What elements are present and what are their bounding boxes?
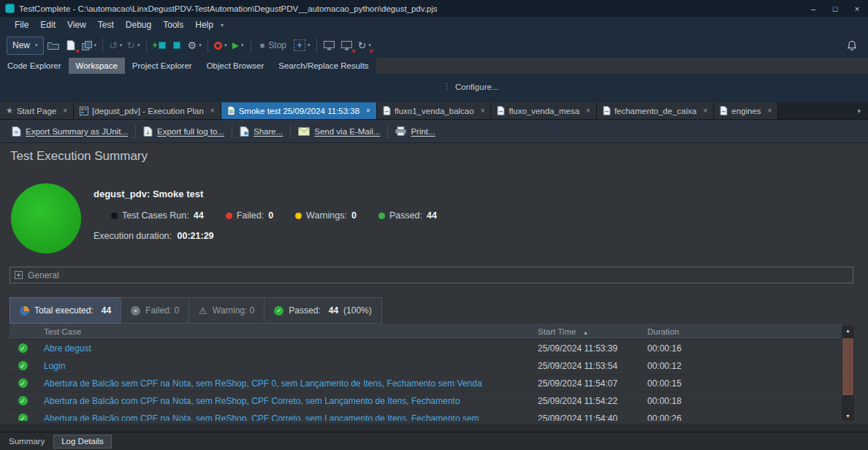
stop-button[interactable]: ■ Stop — [256, 37, 291, 55]
table-row[interactable]: ✓ Abertura de Balcão com CPF na Nota, se… — [9, 392, 842, 410]
menu-view[interactable]: View — [61, 20, 92, 30]
test-run-name: degust_pdv: Smoke test — [94, 188, 203, 199]
doc-tab-execution-plan[interactable]: [degust_pdv] - Execution Plan × — [74, 102, 221, 119]
close-tab-icon[interactable]: × — [586, 107, 590, 115]
configure-link[interactable]: ⋮ Configure... — [443, 82, 498, 91]
filter-tab-warning[interactable]: ⚠ Warning: 0 — [189, 297, 264, 324]
doc-tab-start-page[interactable]: ★ Start Page × — [0, 102, 74, 119]
save-all-button[interactable]: ▾ — [80, 37, 99, 55]
table-row[interactable]: ✓ Login 25/09/2024 11:53:54 00:00:12 — [9, 357, 842, 375]
gear-icon: ⚙ — [188, 40, 197, 50]
share-icon — [240, 126, 249, 137]
column-start-time[interactable]: Start Time ▲ — [530, 327, 639, 336]
test-case-link[interactable]: Abertura de Balcão com CPF na Nota, sem … — [36, 413, 530, 422]
send-email-button[interactable]: Send via E-Mail... — [292, 127, 386, 136]
tab-list-dropdown-button[interactable]: ▾ — [857, 102, 868, 119]
refresh-disable-button[interactable]: ↻ × ▾ — [357, 37, 373, 55]
close-tab-icon[interactable]: × — [768, 107, 772, 115]
new-button[interactable]: New ▾ — [7, 37, 44, 55]
test-case-link[interactable]: Abertura de Balcão sem CPF na Nota, sem … — [36, 378, 530, 389]
test-settings-button[interactable]: ⚙ ▾ — [186, 37, 203, 55]
tab-search-replace-results[interactable]: Search/Replace Results — [271, 58, 376, 74]
menu-help[interactable]: Help — [189, 20, 219, 30]
tab-object-browser[interactable]: Object Browser — [199, 58, 272, 74]
close-tab-icon[interactable]: × — [366, 107, 370, 115]
notifications-bell-button[interactable] — [844, 37, 860, 55]
menu-edit[interactable]: Edit — [34, 20, 61, 30]
export-junit-button[interactable]: Export Summary as JUnit... — [6, 126, 134, 137]
menu-tools[interactable]: Tools — [157, 20, 189, 30]
column-test-case[interactable]: Test Case — [36, 327, 530, 336]
table-scrollbar[interactable]: ▲ ▼ — [842, 326, 854, 421]
menu-test[interactable]: Test — [92, 20, 120, 30]
close-tab-icon[interactable]: × — [210, 107, 215, 115]
action-separator — [232, 125, 232, 138]
close-tab-icon[interactable]: × — [703, 107, 707, 115]
undo-button[interactable]: ↺ ▾ — [107, 37, 123, 55]
filter-tab-passed[interactable]: ✓ Passed: 44 (100%) — [264, 297, 381, 324]
close-file-button[interactable]: × — [63, 37, 79, 55]
bell-icon — [846, 39, 858, 52]
table-row[interactable]: ✓ Abre degust 25/09/2024 11:53:39 00:00:… — [9, 340, 842, 357]
menu-debug[interactable]: Debug — [120, 20, 157, 30]
doc-tab-fluxo-venda-mesa[interactable]: fluxo_venda_mesa × — [491, 102, 596, 119]
menu-file[interactable]: File — [9, 20, 34, 30]
redo-button[interactable]: ↻ ▾ — [125, 37, 141, 55]
tab-workspace[interactable]: Workspace — [69, 58, 125, 74]
duration-cell: 00:00:16 — [639, 343, 842, 354]
tab-code-explorer[interactable]: Code Explorer — [0, 58, 69, 74]
tab-summary[interactable]: Summary — [1, 432, 52, 450]
doc-tab-fluxo1-venda-balcao[interactable]: fluxo1_venda_balcao × — [377, 102, 492, 119]
expand-icon[interactable]: + — [15, 271, 23, 279]
print-button[interactable]: Print... — [389, 126, 441, 136]
tab-project-explorer[interactable]: Project Explorer — [125, 58, 199, 74]
open-file-button[interactable] — [45, 37, 61, 55]
test-cases-dot-icon — [111, 213, 118, 219]
column-duration[interactable]: Duration — [639, 327, 842, 336]
close-remote-screen-button[interactable]: × — [339, 37, 355, 55]
window-title: TestComplete - C:\automacao\LinxDegustPD… — [19, 4, 438, 13]
run-test-button[interactable]: ▶ ▾ — [230, 37, 246, 55]
object-spy-button[interactable] — [169, 37, 185, 55]
scroll-down-icon[interactable]: ▼ — [842, 411, 854, 421]
export-full-log-button[interactable]: Export full log to... — [137, 126, 230, 137]
duration-cell: 00:00:26 — [639, 413, 842, 422]
record-test-button[interactable]: ▾ — [213, 37, 229, 55]
filter-tab-total-executed[interactable]: Total executed: 44 — [9, 297, 121, 324]
execution-duration: Execution duration: 00:21:29 — [94, 231, 214, 241]
action-separator — [135, 125, 136, 138]
maximize-button[interactable]: □ — [824, 0, 846, 17]
add-project-item-button[interactable]: + — [151, 37, 167, 55]
test-case-link[interactable]: Abre degust — [36, 343, 530, 354]
show-remote-screen-button[interactable] — [321, 37, 338, 55]
point-and-fix-button[interactable]: + ▾ — [292, 37, 312, 55]
test-case-link[interactable]: Login — [36, 361, 530, 371]
stat-failed: Failed: 0 — [226, 210, 273, 221]
filter-tab-failed[interactable]: × Failed: 0 — [121, 297, 189, 324]
toolbar-separator — [208, 38, 208, 53]
doc-tab-smoke-test-log[interactable]: Smoke test 25/09/2024 11:53:38 × — [221, 102, 377, 119]
close-tab-icon[interactable]: × — [63, 107, 67, 115]
chevron-down-icon: ▾ — [241, 42, 244, 48]
close-tab-icon[interactable]: × — [481, 107, 485, 115]
table-row[interactable]: ✓ Abertura de Balcão sem CPF na Nota, se… — [9, 375, 842, 392]
table-row[interactable]: ✓ Abertura de Balcão com CPF na Nota, se… — [9, 410, 842, 421]
close-window-button[interactable]: × — [846, 0, 868, 17]
scrollbar-thumb[interactable] — [842, 338, 853, 395]
general-section-header[interactable]: + General — [9, 267, 853, 283]
chevron-down-icon: ▾ — [308, 42, 311, 48]
share-button[interactable]: Share... — [234, 126, 289, 137]
doc-tab-engines[interactable]: engines × — [714, 102, 778, 119]
log-action-bar: Export Summary as JUnit... Export full l… — [0, 120, 868, 143]
minimize-button[interactable]: – — [802, 0, 824, 17]
warning-triangle-icon: ⚠ — [199, 306, 208, 316]
chevron-down-icon: ▾ — [137, 42, 140, 48]
scroll-up-icon[interactable]: ▲ — [842, 326, 854, 335]
tab-log-details[interactable]: Log Details — [53, 435, 112, 449]
duration-cell: 00:00:18 — [639, 396, 842, 406]
monitor-icon — [341, 41, 352, 50]
chevron-down-icon: ▾ — [199, 42, 202, 48]
doc-tab-fechamento-de-caixa[interactable]: fechamento_de_caixa × — [597, 102, 714, 119]
test-case-link[interactable]: Abertura de Balcão com CPF na Nota, sem … — [36, 396, 530, 406]
menu-overflow-icon[interactable]: ▾ — [221, 22, 224, 28]
